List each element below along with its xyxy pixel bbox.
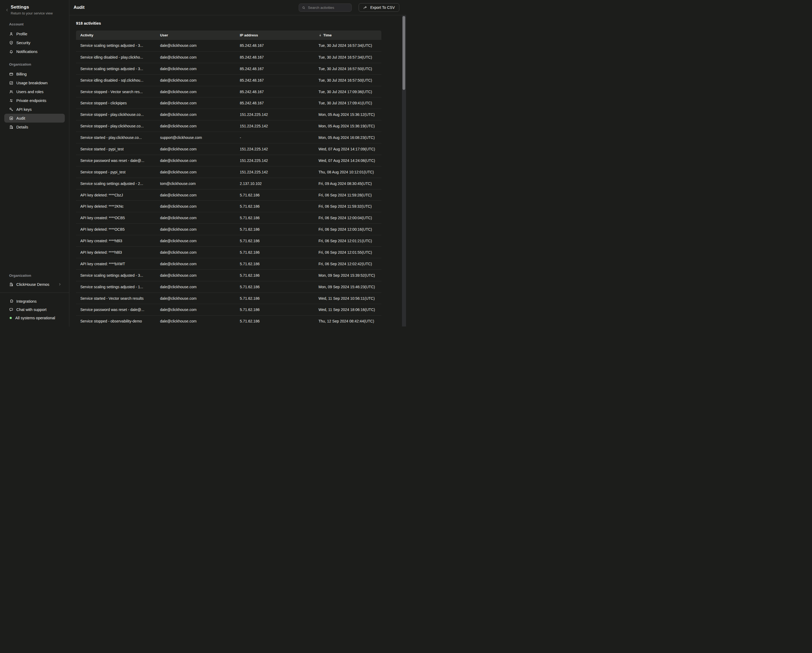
- sidebar-item-profile[interactable]: Profile: [4, 29, 65, 38]
- table-row: API key deleted: ****CbzJdale@clickhouse…: [76, 189, 382, 201]
- column-header-label: Activity: [80, 33, 93, 37]
- activity-cell: Service started - Vector search results: [76, 296, 156, 301]
- ip-cell: 85.242.48.167: [235, 43, 314, 47]
- ip-cell: 5.71.62.186: [235, 285, 314, 289]
- org-switcher-clickhouse-demos[interactable]: ClickHouse Demos: [4, 280, 65, 289]
- system-status[interactable]: All systems operational: [4, 314, 65, 322]
- activity-cell: Service stopped - observability-demo: [76, 319, 156, 323]
- table-body: Service scaling settings adjusted - 3...…: [76, 40, 382, 326]
- table-row: Service stopped - pypi_testdale@clickhou…: [76, 166, 382, 178]
- sidebar-item-integrations[interactable]: Integrations: [4, 297, 65, 305]
- time-cell: Fri, 06 Sep 2024 12:01:21(UTC): [314, 239, 382, 243]
- export-to-csv-button[interactable]: Export To CSV: [359, 3, 399, 12]
- status-dot-icon: [10, 317, 12, 319]
- activity-cell: Service started - pypi_test: [76, 147, 156, 151]
- time-cell: Fri, 06 Sep 2024 12:00:04(UTC): [314, 216, 382, 220]
- activity-cell: Service password was reset - dale@...: [76, 308, 156, 312]
- user-cell: dale@clickhouse.com: [156, 101, 235, 105]
- column-header-activity[interactable]: Activity: [76, 33, 156, 37]
- table-row: API key deleted: ****OCB5dale@clickhouse…: [76, 223, 382, 235]
- endpoints-icon: [9, 99, 14, 103]
- table-row: Service stopped - play.clickhouse.co...d…: [76, 109, 382, 120]
- ip-cell: 85.242.48.167: [235, 55, 314, 60]
- user-cell: dale@clickhouse.com: [156, 204, 235, 209]
- table-row: Service started - play.clickhouse.co...s…: [76, 132, 382, 143]
- user-cell: dale@clickhouse.com: [156, 67, 235, 71]
- shield-icon: [9, 41, 14, 45]
- sidebar-item-users-and-roles[interactable]: Users and roles: [4, 87, 65, 96]
- user-cell: dale@clickhouse.com: [156, 193, 235, 197]
- organization-section-label: Organization: [9, 273, 69, 278]
- ip-cell: 5.71.62.186: [235, 319, 314, 323]
- vertical-scrollbar-track[interactable]: [402, 15, 406, 326]
- sidebar-item-private-endpoints[interactable]: Private endpoints: [4, 96, 65, 105]
- vertical-scrollbar-thumb[interactable]: [403, 16, 405, 90]
- chevron-left-icon: [5, 8, 9, 12]
- audit-content: 918 activities ActivityUserIP addressTim…: [69, 15, 406, 326]
- user-cell: dale@clickhouse.com: [156, 250, 235, 255]
- column-header-ip-address[interactable]: IP address: [235, 33, 314, 37]
- sidebar-item-billing[interactable]: Billing: [4, 70, 65, 78]
- column-header-time[interactable]: Time: [314, 33, 382, 37]
- user-cell: tom@clickhouse.com: [156, 182, 235, 186]
- activity-cell: Service password was reset - dale@...: [76, 159, 156, 163]
- time-cell: Tue, 30 Jul 2024 16:57:34(UTC): [314, 43, 382, 47]
- status-label: All systems operational: [15, 316, 55, 320]
- ip-cell: 85.242.48.167: [235, 101, 314, 105]
- activity-cell: Service scaling settings adjusted - 2...: [76, 182, 156, 186]
- activity-cell: Service idling disabled - sql.clickhou..…: [76, 78, 156, 82]
- table-row: API key created: ****hBl3dale@clickhouse…: [76, 235, 382, 247]
- user-cell: dale@clickhouse.com: [156, 273, 235, 278]
- sidebar-item-api-keys[interactable]: API keys: [4, 105, 65, 114]
- sidebar-item-notifications[interactable]: Notifications: [4, 47, 65, 56]
- activity-cell: Service started - play.clickhouse.co...: [76, 136, 156, 140]
- table-row: Service started - pypi_testdale@clickhou…: [76, 143, 382, 155]
- column-header-user[interactable]: User: [156, 33, 235, 37]
- activity-cell: Service scaling settings adjusted - 3...: [76, 67, 156, 71]
- user-cell: dale@clickhouse.com: [156, 296, 235, 301]
- sidebar-item-label: Billing: [16, 72, 27, 76]
- time-cell: Fri, 06 Sep 2024 11:59:28(UTC): [314, 193, 382, 197]
- sidebar-item-usage-breakdown[interactable]: Usage breakdown: [4, 78, 65, 87]
- table-row: Service stopped - clickpipesdale@clickho…: [76, 97, 382, 109]
- sidebar-item-label: Audit: [16, 116, 25, 121]
- ip-cell: 5.71.62.186: [235, 250, 314, 255]
- usage-icon: [9, 81, 14, 85]
- search-input[interactable]: [308, 6, 348, 10]
- sidebar-item-details[interactable]: Details: [4, 122, 65, 131]
- export-icon: [363, 5, 368, 10]
- column-header-label: Time: [323, 33, 331, 37]
- org-name: ClickHouse Demos: [16, 282, 49, 287]
- user-cell: dale@clickhouse.com: [156, 262, 235, 266]
- sidebar-item-chat-with-support[interactable]: Chat with support: [4, 305, 65, 314]
- time-cell: Wed, 11 Sep 2024 10:56:11(UTC): [314, 296, 382, 301]
- sidebar-nav: AccountProfileSecurityNotificationsOrgan…: [0, 15, 69, 131]
- user-cell: dale@clickhouse.com: [156, 319, 235, 323]
- table-row: Service scaling settings adjusted - 3...…: [76, 63, 382, 75]
- table-header-row: ActivityUserIP addressTime: [76, 31, 382, 40]
- export-button-label: Export To CSV: [370, 5, 395, 10]
- sidebar-item-label: Private endpoints: [16, 99, 46, 103]
- column-header-label: IP address: [240, 33, 258, 37]
- ip-cell: 85.242.48.167: [235, 67, 314, 71]
- activity-cell: Service stopped - clickpipes: [76, 101, 156, 105]
- activity-cell: Service scaling settings adjusted - 3...: [76, 273, 156, 278]
- table-row: API key deleted: ****hBl3dale@clickhouse…: [76, 247, 382, 258]
- sidebar-item-label: Details: [16, 125, 28, 129]
- section-label-organization: Organization: [9, 63, 69, 66]
- time-cell: Thu, 08 Aug 2024 10:12:01(UTC): [314, 170, 382, 174]
- ip-cell: 5.71.62.186: [235, 204, 314, 209]
- search-box[interactable]: [299, 3, 352, 12]
- main-panel: Audit Export To CSV 918 activities Activ…: [69, 0, 406, 326]
- time-cell: Mon, 05 Aug 2024 16:08:23(UTC): [314, 136, 382, 140]
- sidebar-item-security[interactable]: Security: [4, 38, 65, 47]
- ip-cell: 151.224.225.142: [235, 159, 314, 163]
- ip-cell: 85.242.48.167: [235, 90, 314, 94]
- ip-cell: 5.71.62.186: [235, 262, 314, 266]
- table-row: API key created: ****bXWTdale@clickhouse…: [76, 258, 382, 270]
- sidebar-item-audit[interactable]: Audit: [4, 114, 65, 122]
- sidebar-title-block: Settings Return to your service view: [11, 5, 53, 15]
- table-row: Service idling disabled - sql.clickhou..…: [76, 75, 382, 86]
- back-button[interactable]: [5, 8, 9, 12]
- arrow-down-icon: [319, 34, 322, 37]
